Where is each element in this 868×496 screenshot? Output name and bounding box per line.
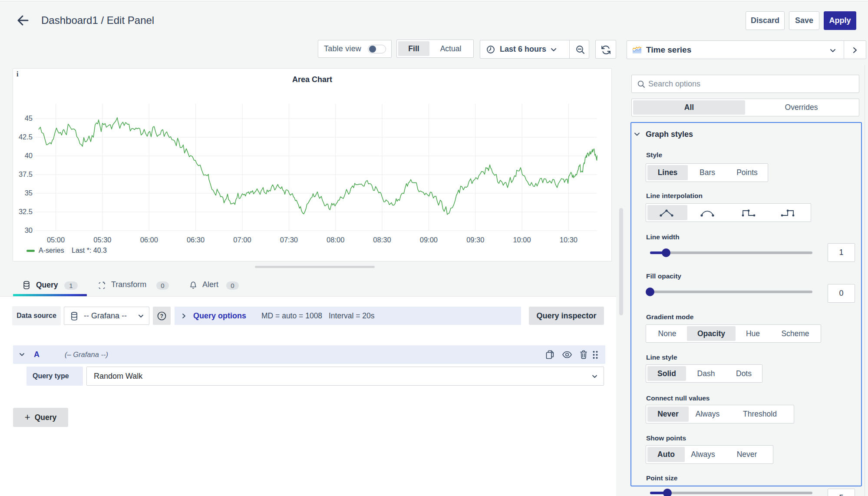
- svg-text:06:00: 06:00: [140, 236, 158, 244]
- svg-text:09:30: 09:30: [466, 236, 484, 244]
- svg-text:08:00: 08:00: [327, 236, 344, 244]
- svg-text:37.5: 37.5: [19, 170, 33, 178]
- svg-text:10:00: 10:00: [513, 236, 531, 244]
- svg-text:32.5: 32.5: [19, 208, 33, 215]
- svg-text:05:30: 05:30: [93, 236, 111, 244]
- svg-text:10:30: 10:30: [560, 236, 578, 244]
- svg-text:45: 45: [25, 114, 33, 122]
- svg-text:40: 40: [25, 152, 33, 159]
- svg-text:42.5: 42.5: [19, 133, 33, 141]
- svg-text:09:00: 09:00: [420, 236, 438, 244]
- svg-text:06:30: 06:30: [187, 236, 205, 244]
- svg-text:07:30: 07:30: [280, 236, 298, 244]
- svg-text:?: ?: [160, 313, 163, 319]
- svg-text:35: 35: [25, 189, 33, 197]
- svg-text:08:30: 08:30: [373, 236, 391, 244]
- svg-text:05:00: 05:00: [47, 236, 65, 244]
- svg-text:07:00: 07:00: [233, 236, 251, 244]
- svg-text:30: 30: [25, 226, 33, 234]
